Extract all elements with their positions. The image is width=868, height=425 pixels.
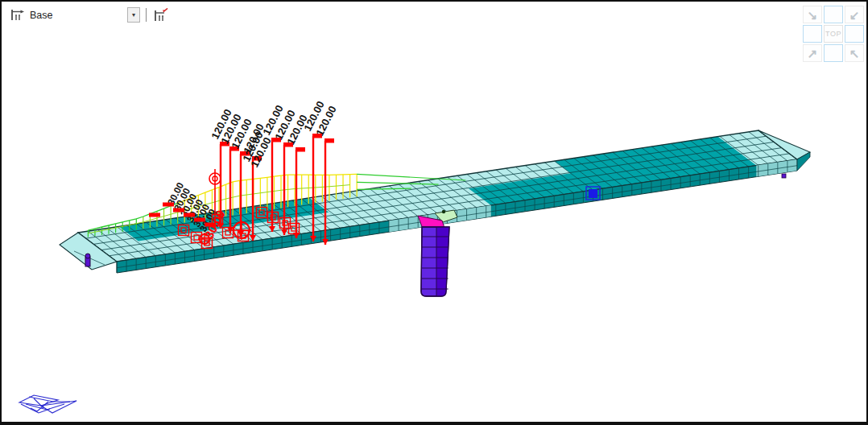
view-isometric-bottomleft-button[interactable]: ↗ — [803, 44, 822, 62]
view-rotate-left-button[interactable] — [803, 25, 822, 43]
construction-stage-icon[interactable] — [10, 8, 26, 23]
application-window: 120.00120.00120.00120.00120.00120.00120.… — [0, 0, 868, 425]
axis-triad-icon — [19, 395, 76, 413]
view-rotate-up-button[interactable] — [824, 6, 843, 23]
arrow-downright-icon: ↘ — [808, 9, 818, 21]
top-view-label: TOP — [825, 31, 841, 38]
view-top-button[interactable]: TOP — [824, 25, 843, 43]
view-rotate-right-button[interactable] — [845, 25, 864, 43]
construction-stage-current-icon[interactable] — [153, 8, 169, 23]
chevron-down-icon: ▾ — [132, 11, 135, 19]
toolbar-separator — [146, 8, 147, 22]
stage-toolbar: Base ▾ — [2, 2, 195, 29]
view-orientation-control: ↘ ↙ TOP ↗ ↖ — [803, 6, 864, 62]
arrow-downleft-icon: ↙ — [849, 9, 860, 21]
stage-name-label: Base — [30, 10, 53, 21]
view-isometric-topleft-button[interactable]: ↘ — [803, 6, 822, 23]
model-viewport[interactable]: 120.00120.00120.00120.00120.00120.00120.… — [2, 2, 868, 423]
view-isometric-bottomright-button[interactable]: ↖ — [845, 44, 864, 62]
view-isometric-topright-button[interactable]: ↙ — [845, 6, 864, 23]
stage-dropdown-button[interactable]: ▾ — [127, 7, 140, 23]
point-load-flags: 120.00120.00120.00120.00120.00120.00120.… — [165, 99, 339, 245]
arrow-upright-icon: ↗ — [808, 47, 818, 60]
view-rotate-down-button[interactable] — [824, 44, 843, 62]
arrow-upleft-icon: ↖ — [849, 47, 860, 60]
